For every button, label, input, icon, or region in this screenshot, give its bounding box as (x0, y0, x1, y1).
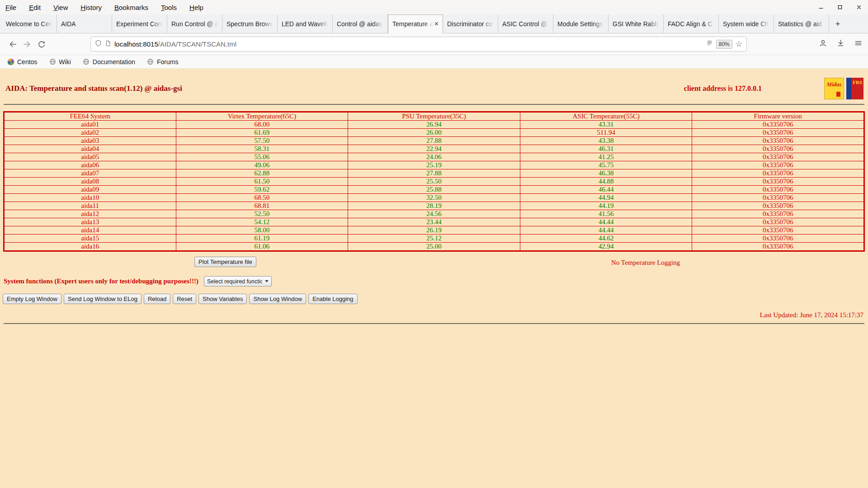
tab-aida[interactable]: AIDA (57, 14, 112, 33)
psu-temperature: 26.94 (348, 121, 520, 129)
plot-temperature-file-button[interactable]: Plot Temperature file (194, 257, 256, 267)
asic-temperature: 511.94 (520, 129, 692, 137)
bookmark-star-icon[interactable]: ☆ (736, 40, 742, 48)
firmware-version: 0x3350706 (692, 153, 864, 161)
table-row-aida03: aida0357.5027.8843.380x3350706 (4, 137, 864, 145)
tab-run-control-a[interactable]: Run Control @ a (167, 14, 222, 33)
tab-fadc-align-c[interactable]: FADC Align & C (664, 14, 719, 33)
tracking-protection-icon[interactable] (95, 40, 102, 48)
bookmark-label: Forums (157, 58, 178, 66)
forward-button[interactable] (20, 37, 34, 52)
virtex-temperature: 57.50 (176, 137, 348, 145)
tab-label: LED and Wavefo (282, 20, 328, 28)
tab-asic-control[interactable]: ASIC Control @ (498, 14, 553, 33)
tab-label: Run Control @ a (171, 20, 218, 28)
enable-logging-button[interactable]: Enable Logging (308, 294, 357, 304)
navigation-bar: localhost:8015/AIDA/TSCAN/TSCAN.tml 80% … (0, 33, 868, 55)
bookmark-label: Documentation (93, 58, 135, 66)
firmware-version: 0x3350706 (692, 235, 864, 243)
asic-temperature: 41.25 (520, 153, 692, 161)
account-icon[interactable] (819, 39, 827, 49)
url-text[interactable]: localhost:8015/AIDA/TSCAN/TSCAN.tml (114, 40, 703, 48)
close-button[interactable] (855, 4, 863, 11)
send-log-window-to-elog-button[interactable]: Send Log Window to ELog (64, 294, 142, 304)
show-log-window-button[interactable]: Show Log Window (249, 294, 306, 304)
reset-button[interactable]: Reset (173, 294, 196, 304)
url-bar[interactable]: localhost:8015/AIDA/TSCAN/TSCAN.tml 80% … (90, 37, 747, 52)
tab-label: System wide Ch (723, 20, 769, 28)
tab-temperature-an[interactable]: Temperature an× (388, 14, 443, 33)
firmware-version: 0x3350706 (692, 129, 864, 137)
tab-gsi-white-rabb[interactable]: GSI White Rabb (609, 14, 664, 33)
virtex-temperature: 61.69 (176, 129, 348, 137)
virtex-temperature: 68.50 (176, 194, 348, 202)
table-row-aida08: aida0861.5025.5044.880x3350706 (4, 178, 864, 186)
client-address: client address is 127.0.0.1 (684, 84, 762, 93)
function-select-value: Select required function (207, 278, 262, 285)
tab-welcome-to-cent[interactable]: Welcome to Cent (2, 14, 57, 33)
fee64-name: aida02 (4, 129, 176, 137)
tab-control-aidas[interactable]: Control @ aidas (333, 14, 388, 33)
show-variables-button[interactable]: Show Variables (198, 294, 247, 304)
back-button[interactable] (5, 37, 20, 52)
menu-edit[interactable]: Edit (29, 4, 41, 11)
reload-button[interactable] (34, 37, 49, 52)
tab-module-settings[interactable]: Module Settings (553, 14, 609, 33)
table-row-aida04: aida0458.3122.9446.310x3350706 (4, 145, 864, 153)
fee64-name: aida14 (4, 226, 176, 235)
firmware-version: 0x3350706 (692, 194, 864, 202)
frs-logo: FRS (846, 78, 863, 99)
bookmark-centos[interactable]: Centos (7, 58, 37, 66)
tab-led-and-wavefo[interactable]: LED and Wavefo (278, 14, 333, 33)
downloads-icon[interactable] (836, 39, 845, 49)
psu-temperature: 22.94 (348, 145, 520, 153)
menu-bookmarks[interactable]: Bookmarks (114, 4, 148, 11)
zoom-level-button[interactable]: 80% (716, 40, 732, 49)
tab-statistics-aid[interactable]: Statistics @ aid (774, 14, 829, 33)
maximize-button[interactable] (836, 4, 844, 11)
reload-button[interactable]: Reload (144, 294, 170, 304)
tab-system-wide-ch[interactable]: System wide Ch (719, 14, 774, 33)
function-select[interactable]: Select required function (204, 276, 272, 286)
tab-close-icon[interactable]: × (434, 20, 439, 28)
fee64-name: aida12 (4, 210, 176, 218)
menu-view[interactable]: View (53, 4, 68, 11)
tab-label: Temperature an (392, 20, 433, 28)
menu-tools[interactable]: Tools (161, 4, 177, 11)
menu-file[interactable]: File (5, 4, 16, 11)
bookmarks-bar: CentosWikiDocumentationForums (0, 55, 868, 69)
column-header-virtex-temperature-65c: Virtex Temperature(65C) (176, 112, 348, 121)
minimize-button[interactable] (817, 4, 825, 11)
firmware-version: 0x3350706 (692, 202, 864, 210)
bookmark-wiki[interactable]: Wiki (49, 58, 71, 66)
tab-spectrum-brows[interactable]: Spectrum Brows (222, 14, 278, 33)
menu-history[interactable]: History (80, 4, 102, 11)
plot-row: Plot Temperature file No Temperature Log… (0, 255, 868, 270)
firmware-version: 0x3350706 (692, 161, 864, 169)
system-functions-label: System functions (Expert users only for … (4, 277, 198, 285)
empty-log-window-button[interactable]: Empty Log Window (3, 294, 61, 304)
bookmark-documentation[interactable]: Documentation (83, 58, 135, 66)
top-divider (4, 104, 864, 105)
new-tab-button[interactable]: + (829, 14, 846, 33)
menu-help[interactable]: Help (189, 4, 203, 11)
psu-temperature: 24.06 (348, 153, 520, 161)
globe-icon (147, 58, 154, 66)
tab-label: GSI White Rabb (613, 20, 659, 28)
virtex-temperature: 61.06 (176, 243, 348, 251)
reader-mode-icon[interactable] (706, 40, 713, 48)
tab-label: Spectrum Brows (226, 20, 273, 28)
tab-discriminator-co[interactable]: Discriminator co (443, 14, 498, 33)
menu-icon[interactable] (854, 39, 863, 49)
midas-logo-mark (836, 92, 840, 97)
tab-label: Experiment Cont (116, 20, 163, 28)
virtex-temperature: 61.50 (176, 178, 348, 186)
site-info-icon[interactable] (105, 40, 111, 48)
table-row-aida16: aida1661.0625.0042.940x3350706 (4, 243, 864, 251)
url-host: localhost:8015 (114, 40, 158, 48)
url-path: /AIDA/TSCAN/TSCAN.tml (158, 40, 236, 48)
bookmark-forums[interactable]: Forums (147, 58, 178, 66)
tab-experiment-cont[interactable]: Experiment Cont (112, 14, 167, 33)
psu-temperature: 26.00 (348, 129, 520, 137)
tab-label: ASIC Control @ (502, 20, 549, 28)
